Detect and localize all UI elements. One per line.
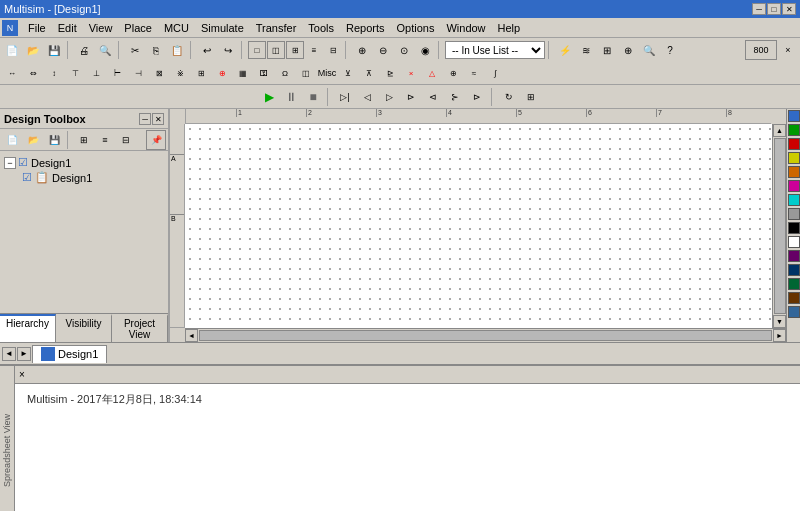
tab-nav-right[interactable]: ► bbox=[17, 347, 31, 361]
tool-1[interactable]: ⚡ bbox=[555, 40, 575, 60]
tb2-1[interactable]: ↔ bbox=[2, 63, 22, 83]
scroll-left-btn[interactable]: ◄ bbox=[185, 329, 198, 342]
sim-btn-8[interactable]: ⊞ bbox=[521, 87, 541, 107]
toggle-btn-1[interactable]: □ bbox=[248, 41, 266, 59]
tb-tree-new[interactable]: 📄 bbox=[2, 130, 22, 150]
tb2-16[interactable]: Misc bbox=[317, 63, 337, 83]
sim-btn-3[interactable]: ⊳ bbox=[401, 87, 421, 107]
toggle-btn-4[interactable]: ≡ bbox=[305, 41, 323, 59]
tb2-5[interactable]: ⊥ bbox=[86, 63, 106, 83]
tb2-15[interactable]: ◫ bbox=[296, 63, 316, 83]
component-dropdown[interactable]: -- In Use List -- bbox=[445, 41, 545, 59]
print-preview-button[interactable]: 🔍 bbox=[95, 40, 115, 60]
tb2-11[interactable]: ⊕ bbox=[212, 63, 232, 83]
tree-child-item[interactable]: ☑ 📋 Design1 bbox=[2, 170, 166, 185]
sim-btn-5[interactable]: ⊱ bbox=[445, 87, 465, 107]
tool-4[interactable]: ⊕ bbox=[618, 40, 638, 60]
view-btn-1[interactable]: ⊕ bbox=[352, 40, 372, 60]
tab-visibility[interactable]: Visibility bbox=[56, 314, 112, 342]
menu-window[interactable]: Window bbox=[440, 20, 491, 36]
tb2-24[interactable]: ∫ bbox=[485, 63, 505, 83]
view-btn-4[interactable]: ◉ bbox=[415, 40, 435, 60]
redo-button[interactable]: ↪ bbox=[218, 40, 238, 60]
canvas-content[interactable] bbox=[185, 124, 772, 328]
view-btn-3[interactable]: ⊙ bbox=[394, 40, 414, 60]
pause-button[interactable]: ⏸ bbox=[281, 87, 301, 107]
toggle-btn-3[interactable]: ⊞ bbox=[286, 41, 304, 59]
menu-reports[interactable]: Reports bbox=[340, 20, 391, 36]
new-button[interactable]: 📄 bbox=[2, 40, 22, 60]
open-button[interactable]: 📂 bbox=[23, 40, 43, 60]
tool-3[interactable]: ⊞ bbox=[597, 40, 617, 60]
toggle-btn-5[interactable]: ⊟ bbox=[324, 41, 342, 59]
tb2-10[interactable]: ⊞ bbox=[191, 63, 211, 83]
stop-button[interactable]: ■ bbox=[303, 87, 323, 107]
menu-tools[interactable]: Tools bbox=[302, 20, 340, 36]
tab-project-view[interactable]: Project View bbox=[112, 314, 168, 342]
menu-options[interactable]: Options bbox=[391, 20, 441, 36]
toggle-btn-2[interactable]: ◫ bbox=[267, 41, 285, 59]
help-button[interactable]: ? bbox=[660, 40, 680, 60]
tb2-21[interactable]: △ bbox=[422, 63, 442, 83]
toolbox-min-btn[interactable]: ─ bbox=[139, 113, 151, 125]
tb-tree-pin[interactable]: 📌 bbox=[146, 130, 166, 150]
toolbox-close-btn[interactable]: ✕ bbox=[152, 113, 164, 125]
minimize-button[interactable]: ─ bbox=[752, 3, 766, 15]
copy-button[interactable]: ⎘ bbox=[146, 40, 166, 60]
tb2-6[interactable]: ⊢ bbox=[107, 63, 127, 83]
tb-tree-4[interactable]: ⊞ bbox=[74, 130, 94, 150]
menu-transfer[interactable]: Transfer bbox=[250, 20, 303, 36]
tb-tree-save[interactable]: 💾 bbox=[44, 130, 64, 150]
close-button[interactable]: ✕ bbox=[782, 3, 796, 15]
menu-simulate[interactable]: Simulate bbox=[195, 20, 250, 36]
tb-tree-open[interactable]: 📂 bbox=[23, 130, 43, 150]
screen-btn[interactable]: 800 bbox=[745, 40, 777, 60]
tb2-13[interactable]: ⚿ bbox=[254, 63, 274, 83]
sim-btn-6[interactable]: ⊳ bbox=[467, 87, 487, 107]
tb2-17[interactable]: ⊻ bbox=[338, 63, 358, 83]
play-button[interactable]: ▶ bbox=[259, 87, 279, 107]
tab-nav-left[interactable]: ◄ bbox=[2, 347, 16, 361]
view-btn-2[interactable]: ⊖ bbox=[373, 40, 393, 60]
tb2-8[interactable]: ⊠ bbox=[149, 63, 169, 83]
tree-expand-icon[interactable]: − bbox=[4, 157, 16, 169]
menu-mcu[interactable]: MCU bbox=[158, 20, 195, 36]
save-button[interactable]: 💾 bbox=[44, 40, 64, 60]
design-tab-1[interactable]: Design1 bbox=[32, 345, 107, 363]
tb2-3[interactable]: ↕ bbox=[44, 63, 64, 83]
sim-btn-2[interactable]: ▷ bbox=[379, 87, 399, 107]
menu-help[interactable]: Help bbox=[492, 20, 527, 36]
tb2-14[interactable]: Ω bbox=[275, 63, 295, 83]
tb2-7[interactable]: ⊣ bbox=[128, 63, 148, 83]
tab-hierarchy[interactable]: Hierarchy bbox=[0, 314, 56, 342]
tb-tree-5[interactable]: ≡ bbox=[95, 130, 115, 150]
scroll-thumb-vertical[interactable] bbox=[774, 138, 786, 314]
tb2-19[interactable]: ⊵ bbox=[380, 63, 400, 83]
tb2-22[interactable]: ⊕ bbox=[443, 63, 463, 83]
sim-btn-1[interactable]: ◁ bbox=[357, 87, 377, 107]
menu-edit[interactable]: Edit bbox=[52, 20, 83, 36]
tb2-18[interactable]: ⊼ bbox=[359, 63, 379, 83]
print-button[interactable]: 🖨 bbox=[74, 40, 94, 60]
undo-button[interactable]: ↩ bbox=[197, 40, 217, 60]
tb2-20[interactable]: × bbox=[401, 63, 421, 83]
tool-2[interactable]: ≋ bbox=[576, 40, 596, 60]
maximize-button[interactable]: □ bbox=[767, 3, 781, 15]
tb2-2[interactable]: ⇔ bbox=[23, 63, 43, 83]
scroll-thumb-horizontal[interactable] bbox=[199, 330, 772, 341]
tb2-12[interactable]: ▦ bbox=[233, 63, 253, 83]
tb2-4[interactable]: ⊤ bbox=[65, 63, 85, 83]
tb2-9[interactable]: ※ bbox=[170, 63, 190, 83]
menu-file[interactable]: File bbox=[22, 20, 52, 36]
menu-place[interactable]: Place bbox=[118, 20, 158, 36]
paste-button[interactable]: 📋 bbox=[167, 40, 187, 60]
scroll-right-btn[interactable]: ► bbox=[773, 329, 786, 342]
scroll-down-btn[interactable]: ▼ bbox=[773, 315, 786, 328]
tree-root-item[interactable]: − ☑ Design1 bbox=[2, 155, 166, 170]
tb-tree-6[interactable]: ⊟ bbox=[116, 130, 136, 150]
zoom-field[interactable]: × bbox=[778, 40, 798, 60]
design-child-checkbox[interactable]: ☑ bbox=[22, 171, 32, 184]
scroll-up-btn[interactable]: ▲ bbox=[773, 124, 786, 137]
sim-btn-7[interactable]: ↻ bbox=[499, 87, 519, 107]
design-checkbox[interactable]: ☑ bbox=[18, 156, 28, 169]
